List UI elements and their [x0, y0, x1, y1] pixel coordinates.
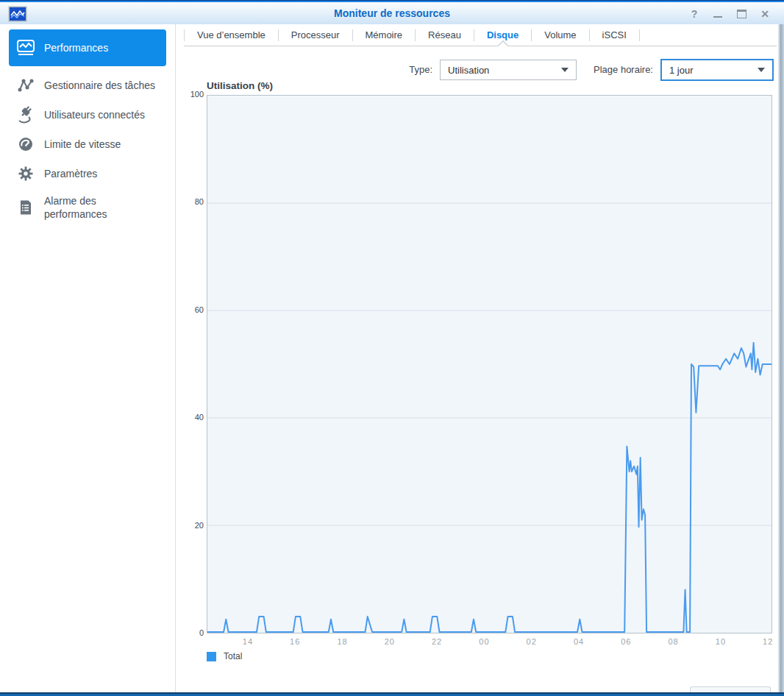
y-tick-label: 20 [175, 521, 204, 531]
tab-memoire[interactable]: Mémoire [353, 24, 416, 46]
sidebar: PerformancesGestionnaire des tâchesUtili… [0, 24, 176, 692]
type-dropdown[interactable]: Utilisation [440, 60, 577, 80]
sidebar-item-label: Gestionnaire des tâches [44, 79, 155, 92]
sidebar-item-gestionnaire-des-taches[interactable]: Gestionnaire des tâches [9, 71, 166, 100]
window-top-border [0, 0, 784, 2]
sidebar-item-utilisateurs-connectes[interactable]: Utilisateurs connectés [9, 100, 166, 129]
y-tick-label: 60 [175, 305, 204, 316]
minimize-button[interactable] [710, 7, 725, 21]
time-range-label: Plage horaire: [566, 64, 653, 75]
sidebar-item-parametres[interactable]: Paramètres [9, 159, 166, 188]
tab-processeur[interactable]: Processeur [279, 24, 352, 46]
tab-volume[interactable]: Volume [532, 24, 588, 46]
legend-label-total: Total [224, 651, 242, 661]
report-icon [16, 199, 35, 216]
chart-title: Utilisation (%) [207, 80, 273, 91]
sidebar-item-limite-de-vitesse[interactable]: Limite de vitesse [9, 129, 166, 159]
active-tab-notch [497, 40, 507, 51]
sidebar-item-label: Paramètres [44, 167, 97, 180]
minimize-icon [713, 16, 722, 18]
time-range-dropdown[interactable]: 1 jour [660, 59, 774, 81]
time-range-dropdown-value: 1 jour [662, 65, 758, 76]
x-tick-label: 20 [377, 637, 403, 647]
chart-legend: Total [207, 651, 242, 661]
utilization-line-chart [207, 96, 771, 633]
tab-vue-d-ensemble[interactable]: Vue d’ensemble [185, 24, 278, 46]
x-tick-label: 00 [471, 637, 497, 647]
tab-separator [639, 29, 640, 41]
window-bottom-border [0, 692, 784, 696]
x-tick-label: 10 [708, 637, 734, 647]
tab-iscsi[interactable]: iSCSI [590, 24, 639, 46]
sidebar-item-label: Limite de vitesse [44, 138, 121, 151]
y-tick-label: 80 [175, 197, 204, 207]
y-tick-label: 40 [175, 413, 204, 423]
chevron-down-icon [758, 68, 765, 72]
sidebar-item-performances[interactable]: Performances [9, 29, 166, 66]
performance-chart-icon [16, 39, 35, 57]
task-manager-icon [16, 77, 35, 94]
x-tick-label: 14 [235, 637, 261, 647]
tab-disque[interactable]: Disque [474, 24, 531, 46]
type-dropdown-value: Utilisation [441, 65, 561, 76]
x-tick-label: 22 [424, 637, 450, 647]
type-label: Type: [353, 64, 432, 75]
maximize-icon [737, 10, 746, 18]
window-right-border [778, 24, 784, 692]
window-title: Moniteur de ressources [0, 7, 784, 19]
plug-icon [16, 106, 35, 124]
sidebar-item-label: Performances [44, 41, 108, 54]
y-tick-label: 0 [175, 628, 204, 639]
sidebar-list: PerformancesGestionnaire des tâchesUtili… [0, 29, 175, 227]
close-button[interactable]: ✕ [758, 7, 772, 21]
x-tick-label: 04 [566, 637, 592, 647]
help-button[interactable]: ? [687, 7, 702, 21]
x-tick-label: 02 [518, 637, 545, 647]
maximize-button[interactable] [734, 7, 749, 21]
y-tick-label: 100 [175, 90, 204, 100]
x-tick-label: 12 [755, 637, 781, 647]
window-controls: ? ✕ [687, 6, 772, 22]
sidebar-item-alarme-des-performances[interactable]: Alarme des performances [9, 188, 166, 227]
sidebar-item-label: Alarme des performances [44, 194, 125, 221]
sidebar-item-label: Utilisateurs connectés [44, 108, 145, 121]
speedometer-icon [16, 135, 35, 153]
x-tick-label: 18 [329, 637, 356, 647]
gear-icon [16, 165, 35, 182]
x-tick-label: 06 [613, 637, 639, 647]
x-tick-label: 16 [282, 637, 308, 647]
tab-bar: Vue d’ensembleProcesseurMémoireRéseauDis… [184, 24, 777, 46]
titlebar: Moniteur de ressources ? ✕ [0, 2, 784, 24]
x-tick-label: 08 [660, 637, 687, 647]
chart-plot-area [207, 95, 772, 633]
legend-swatch-total [207, 652, 216, 661]
series-total-line [207, 343, 771, 632]
tab-reseau[interactable]: Réseau [416, 24, 474, 46]
